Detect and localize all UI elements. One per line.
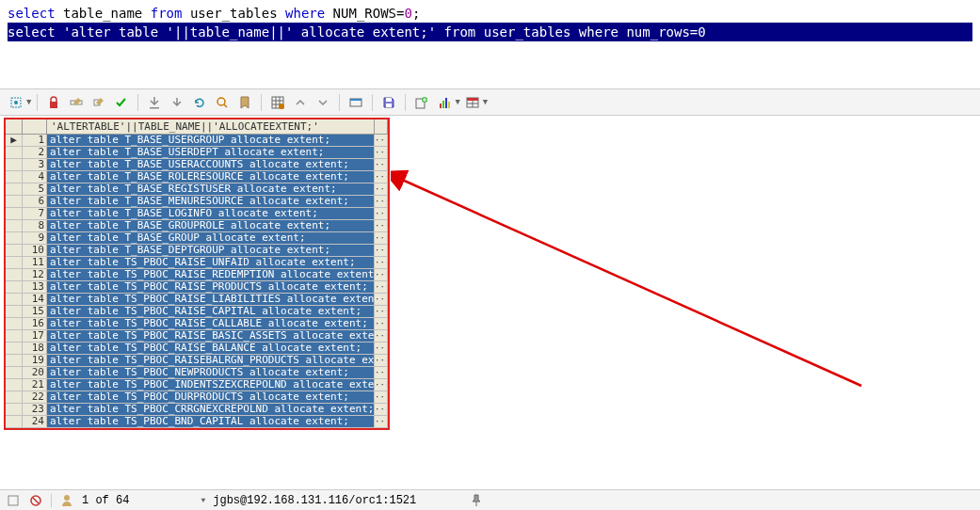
cell-value[interactable]: alter table TS_PBOC_CRRGNEXCREPOLND allo…	[47, 404, 375, 416]
cell-expand-button[interactable]: ···	[375, 257, 388, 269]
cell-value[interactable]: alter table T_BASE_REGISTUSER allocate e…	[47, 183, 375, 196]
cell-expand-button[interactable]: ···	[375, 208, 388, 220]
cell-value[interactable]: alter table TS_PBOC_NEWPRODUCTS allocate…	[47, 367, 375, 379]
table-row[interactable]: 18alter table TS_PBOC_RAISE_BALANCE allo…	[6, 343, 388, 355]
cell-expand-button[interactable]: ···	[375, 159, 388, 171]
pin-icon[interactable]	[469, 493, 484, 508]
refresh-icon[interactable]	[189, 92, 210, 113]
table-row[interactable]: 3alter table T_BASE_USERACCOUNTS allocat…	[6, 159, 388, 171]
table-row[interactable]: 12alter table TS_PBOC_RAISE_REDEMPTION a…	[6, 269, 388, 281]
cell-expand-button[interactable]: ···	[375, 416, 388, 428]
table-row[interactable]: 17alter table TS_PBOC_RAISE_BASIC_ASSETS…	[6, 330, 388, 343]
cell-expand-button[interactable]: ···	[375, 343, 388, 355]
table-icon[interactable]	[462, 92, 483, 113]
cell-expand-button[interactable]: ···	[375, 147, 388, 159]
cell-value[interactable]: alter table TS_PBOC_RAISE_BASIC_ASSETS a…	[47, 330, 375, 343]
table-row[interactable]: 15alter table TS_PBOC_RAISE_CAPITAL allo…	[6, 306, 388, 318]
cell-value[interactable]: alter table TS_PBOC_RAISE_BALANCE alloca…	[47, 343, 375, 355]
cell-value[interactable]: alter table T_BASE_GROUP allocate extent…	[47, 232, 375, 245]
status-icon[interactable]	[6, 493, 21, 508]
nav-down-icon[interactable]	[313, 92, 333, 113]
chevron-down-icon[interactable]: ▼	[483, 98, 488, 107]
cell-expand-button[interactable]: ···	[375, 245, 388, 257]
lock-icon[interactable]	[43, 92, 64, 113]
table-row[interactable]: 10alter table T_BASE_DEPTGROUP allocate …	[6, 245, 388, 257]
export-icon[interactable]	[411, 92, 432, 113]
cell-expand-button[interactable]: ···	[375, 183, 388, 196]
cell-value[interactable]: alter table T_BASE_LOGINFO allocate exte…	[47, 208, 375, 220]
table-row[interactable]: 4alter table T_BASE_ROLERESOURCE allocat…	[6, 171, 388, 183]
cell-expand-button[interactable]: ···	[375, 404, 388, 416]
save-icon[interactable]	[378, 92, 399, 113]
cell-expand-button[interactable]: ···	[375, 171, 388, 183]
cell-expand-button[interactable]: ···	[375, 281, 388, 294]
table-row[interactable]: 11alter table TS_PBOC_RAISE_UNFAID alloc…	[6, 257, 388, 269]
chevron-down-icon[interactable]: ▼	[26, 98, 31, 107]
cell-value[interactable]: alter table TS_PBOC_BND_CAPITAL allocate…	[47, 416, 375, 428]
results-grid[interactable]: 'ALTERTABLE'||TABLE_NAME||'ALLOCATEEXTEN…	[4, 118, 390, 430]
cell-value[interactable]: alter table T_BASE_USERGROUP allocate ex…	[47, 135, 375, 147]
cell-value[interactable]: alter table TS_PBOC_DURPRODUCTS allocate…	[47, 391, 375, 404]
table-row[interactable]: 14alter table TS_PBOC_RAISE_LIABILITIES …	[6, 294, 388, 306]
table-row[interactable]: 16alter table TS_PBOC_RAISE_CALLABLE all…	[6, 318, 388, 330]
chart-icon[interactable]	[434, 92, 455, 113]
grid-view-icon[interactable]	[267, 92, 288, 113]
table-row[interactable]: 21alter table TS_PBOC_INDENTSZEXCREPOLND…	[6, 379, 388, 391]
table-row[interactable]: 2alter table T_BASE_USERDEPT allocate ex…	[6, 147, 388, 159]
cell-expand-button[interactable]: ···	[375, 318, 388, 330]
cell-value[interactable]: alter table TS_PBOC_RAISE_REDEMPTION all…	[47, 269, 375, 281]
chevron-down-icon[interactable]: ▼	[455, 98, 459, 107]
chevron-down-icon[interactable]: ▼	[201, 496, 205, 504]
cell-value[interactable]: alter table TS_PBOC_INDENTSZEXCREPOLND a…	[47, 379, 375, 391]
cell-value[interactable]: alter table T_BASE_MENURESOURCE allocate…	[47, 196, 375, 208]
cell-expand-button[interactable]: ···	[375, 306, 388, 318]
cell-expand-button[interactable]: ···	[375, 269, 388, 281]
stop-icon[interactable]	[28, 493, 43, 508]
table-row[interactable]: 9alter table T_BASE_GROUP allocate exten…	[6, 232, 388, 245]
cell-value[interactable]: alter table T_BASE_ROLERESOURCE allocate…	[47, 171, 375, 183]
edit-cell-icon[interactable]	[88, 92, 109, 113]
single-record-icon[interactable]	[345, 92, 366, 113]
cell-expand-button[interactable]: ···	[375, 232, 388, 245]
table-row[interactable]: 19alter table TS_PBOC_RAISEBALRGN_PRODUC…	[6, 355, 388, 367]
table-row[interactable]: 22alter table TS_PBOC_DURPRODUCTS alloca…	[6, 391, 388, 404]
header-rownum[interactable]	[23, 120, 47, 134]
cell-expand-button[interactable]: ···	[375, 355, 388, 367]
cell-value[interactable]: alter table T_BASE_DEPTGROUP allocate ex…	[47, 245, 375, 257]
bookmark-icon[interactable]	[234, 92, 255, 113]
target-icon[interactable]	[6, 92, 26, 113]
cell-value[interactable]: alter table TS_PBOC_RAISE_CAPITAL alloca…	[47, 306, 375, 318]
fetch-all-icon[interactable]	[144, 92, 165, 113]
table-row[interactable]: 24alter table TS_PBOC_BND_CAPITAL alloca…	[6, 416, 388, 428]
table-row[interactable]: 23alter table TS_PBOC_CRRGNEXCREPOLND al…	[6, 404, 388, 416]
cell-value[interactable]: alter table T_BASE_GROUPROLE allocate ex…	[47, 220, 375, 232]
sql-line-1[interactable]: select table_name from user_tables where…	[8, 4, 972, 23]
cell-value[interactable]: alter table TS_PBOC_RAISE_CALLABLE alloc…	[47, 318, 375, 330]
table-row[interactable]: 20alter table TS_PBOC_NEWPRODUCTS alloca…	[6, 367, 388, 379]
cell-expand-button[interactable]: ···	[375, 196, 388, 208]
cell-expand-button[interactable]: ···	[375, 379, 388, 391]
sql-line-2-selected[interactable]: select 'alter table '||table_name||' all…	[8, 23, 972, 41]
cell-value[interactable]: alter table TS_PBOC_RAISE_PRODUCTS alloc…	[47, 281, 375, 294]
check-icon[interactable]	[111, 92, 132, 113]
cell-value[interactable]: alter table TS_PBOC_RAISE_LIABILITIES al…	[47, 294, 375, 306]
cell-expand-button[interactable]: ···	[375, 294, 388, 306]
cell-value[interactable]: alter table TS_PBOC_RAISEBALRGN_PRODUCTS…	[47, 355, 375, 367]
cell-expand-button[interactable]: ···	[375, 135, 388, 147]
cell-value[interactable]: alter table TS_PBOC_RAISE_UNFAID allocat…	[47, 257, 375, 269]
cell-value[interactable]: alter table T_BASE_USERACCOUNTS allocate…	[47, 159, 375, 171]
fetch-next-icon[interactable]	[167, 92, 187, 113]
sql-editor[interactable]: select table_name from user_tables where…	[0, 0, 980, 89]
table-row[interactable]: 5alter table T_BASE_REGISTUSER allocate …	[6, 183, 388, 196]
table-row[interactable]: 7alter table T_BASE_LOGINFO allocate ext…	[6, 208, 388, 220]
table-row[interactable]: 8alter table T_BASE_GROUPROLE allocate e…	[6, 220, 388, 232]
nav-up-icon[interactable]	[290, 92, 311, 113]
table-row[interactable]: 13alter table TS_PBOC_RAISE_PRODUCTS all…	[6, 281, 388, 294]
cell-expand-button[interactable]: ···	[375, 391, 388, 404]
cell-value[interactable]: alter table T_BASE_USERDEPT allocate ext…	[47, 147, 375, 159]
cell-expand-button[interactable]: ···	[375, 330, 388, 343]
cell-expand-button[interactable]: ···	[375, 367, 388, 379]
edit-row-icon[interactable]	[66, 92, 87, 113]
table-row[interactable]: 6alter table T_BASE_MENURESOURCE allocat…	[6, 196, 388, 208]
column-header[interactable]: 'ALTERTABLE'||TABLE_NAME||'ALLOCATEEXTEN…	[47, 120, 375, 134]
